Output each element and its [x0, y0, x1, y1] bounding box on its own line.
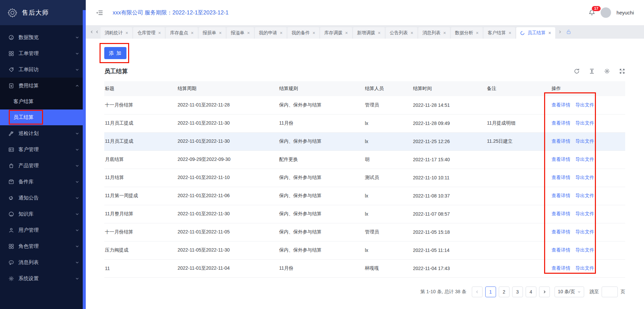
close-icon[interactable]: ×: [247, 31, 250, 35]
view-details-link[interactable]: 查看详情: [552, 175, 570, 180]
close-icon[interactable]: ×: [508, 31, 511, 35]
cell-actions: 查看详情 导出文件: [551, 114, 625, 132]
page-button-2[interactable]: 2: [499, 286, 509, 297]
next-page-button[interactable]: [539, 286, 550, 297]
sidebar-item-box[interactable]: 备件库: [0, 174, 86, 190]
sidebar-subitem-0[interactable]: 客户结算: [0, 94, 86, 109]
cell-title: 11: [104, 259, 177, 277]
tab-12[interactable]: 客户结算 ×: [484, 27, 515, 39]
sidebar-item-gear[interactable]: 系统设置: [0, 270, 86, 286]
sidebar-subitem-1[interactable]: 员工结算: [0, 109, 86, 125]
chevron-left-icon[interactable]: [90, 30, 94, 34]
tab-3[interactable]: 报损单 ×: [199, 27, 226, 39]
view-details-link[interactable]: 查看详情: [552, 157, 570, 162]
row-density-icon[interactable]: [589, 68, 595, 74]
tab-8[interactable]: 新增调拨 ×: [353, 27, 385, 39]
page-button-3[interactable]: 3: [512, 286, 523, 297]
sidebar-item-megaphone[interactable]: 通知公告: [0, 190, 86, 206]
view-details-link[interactable]: 查看详情: [552, 211, 570, 216]
pagination-summary: 第 1-10 条, 总计 38 条: [420, 289, 466, 295]
sidebar-item-grid[interactable]: 工单管理: [0, 45, 86, 61]
prev-page-button[interactable]: [472, 286, 483, 297]
sidebar-item-roles-grid[interactable]: 角色管理: [0, 238, 86, 254]
tab-9[interactable]: 公告列表 ×: [386, 27, 417, 39]
sidebar-item-github[interactable]: 知识库: [0, 206, 86, 222]
view-details-link[interactable]: 查看详情: [552, 138, 570, 144]
page-size-select[interactable]: 10 条/页: [555, 286, 584, 297]
chevron-left-icon-2[interactable]: [95, 30, 99, 34]
cell-remark: [486, 169, 551, 187]
tab-4[interactable]: 报溢单 ×: [227, 27, 254, 39]
export-file-link[interactable]: 导出文件: [575, 265, 594, 271]
sidebar-scrollbar[interactable]: [83, 10, 86, 309]
cell-time: 2022-11-04 17:43: [412, 259, 486, 277]
tab-6[interactable]: 我的备件 ×: [288, 27, 319, 39]
sidebar-item-idcard[interactable]: 客户管理: [0, 141, 86, 158]
export-file-link[interactable]: 导出文件: [575, 211, 594, 216]
chevron-down-icon: [75, 212, 79, 216]
close-icon[interactable]: ×: [280, 31, 282, 35]
page-button-4[interactable]: 4: [526, 286, 536, 297]
table-row: 十一月份结算 2022-11-01至2022-11-05 保内、保外参与结算 管…: [104, 223, 625, 241]
tab-7[interactable]: 库存调拨 ×: [320, 27, 352, 39]
tab-11[interactable]: 数据分析 ×: [451, 27, 483, 39]
tab-1[interactable]: 仓库管理 ×: [133, 27, 165, 39]
view-details-link[interactable]: 查看详情: [552, 265, 570, 271]
notification-bell-icon[interactable]: 17: [589, 9, 595, 16]
lock-icon[interactable]: [566, 29, 571, 35]
close-icon[interactable]: ×: [191, 31, 193, 35]
export-file-link[interactable]: 导出文件: [575, 138, 594, 144]
refresh-icon[interactable]: [574, 68, 580, 74]
add-button[interactable]: 添 加: [104, 47, 126, 59]
export-file-link[interactable]: 导出文件: [575, 120, 594, 126]
cell-rule: 保内、保外参与结算: [278, 187, 364, 205]
tab-5[interactable]: 我的申请 ×: [255, 27, 287, 39]
close-icon[interactable]: ×: [411, 31, 413, 35]
close-icon[interactable]: ×: [345, 31, 348, 35]
export-file-link[interactable]: 导出文件: [575, 193, 594, 198]
column-settings-gear-icon[interactable]: [604, 68, 610, 74]
tab-10[interactable]: 消息列表 ×: [418, 27, 450, 39]
fullscreen-icon[interactable]: [619, 68, 625, 74]
view-details-link[interactable]: 查看详情: [552, 193, 570, 198]
view-details-link[interactable]: 查看详情: [552, 247, 570, 253]
topbar: xxx有限公司 服务期限：2022-12-1至2023-12-1 17 heyu…: [86, 0, 644, 25]
export-file-link[interactable]: 导出文件: [575, 229, 594, 234]
sidebar-item-invoice[interactable]: 费用结算: [0, 78, 86, 94]
grid-icon: [8, 51, 14, 56]
sidebar-item-tags[interactable]: 工单回访: [0, 61, 86, 78]
view-details-link[interactable]: 查看详情: [552, 120, 570, 126]
sidebar-item-bag[interactable]: 产品管理: [0, 158, 86, 174]
close-icon[interactable]: ×: [443, 31, 446, 35]
sidebar-item-wrench[interactable]: 巡检计划: [0, 125, 86, 141]
close-icon[interactable]: ×: [476, 31, 479, 35]
jump-page-input[interactable]: [602, 286, 618, 297]
tab-2[interactable]: 库存盘点 ×: [166, 27, 197, 39]
view-details-link[interactable]: 查看详情: [552, 229, 570, 234]
tab-13[interactable]: 员工结算 ×: [516, 27, 555, 39]
close-icon[interactable]: ×: [158, 31, 161, 35]
cell-person: lx: [364, 187, 412, 205]
chevron-right-icon[interactable]: [558, 30, 562, 34]
close-icon[interactable]: ×: [312, 31, 315, 35]
close-icon[interactable]: ×: [219, 31, 222, 35]
sidebar-item-message[interactable]: 消息列表: [0, 254, 86, 270]
user-avatar[interactable]: [601, 7, 611, 18]
export-file-link[interactable]: 导出文件: [575, 175, 594, 180]
export-file-link[interactable]: 导出文件: [575, 102, 594, 107]
cell-time: 2022-11-08 10:37: [412, 187, 486, 205]
close-icon[interactable]: ×: [125, 31, 128, 35]
invoice-icon: [8, 83, 14, 89]
close-icon[interactable]: ×: [378, 31, 381, 35]
page-button-1[interactable]: 1: [485, 286, 496, 297]
sidebar-item-user[interactable]: 用户管理: [0, 222, 86, 238]
view-details-link[interactable]: 查看详情: [552, 102, 570, 107]
export-file-link[interactable]: 导出文件: [575, 247, 594, 253]
collapse-menu-icon[interactable]: [96, 10, 103, 16]
close-icon[interactable]: ×: [548, 31, 551, 35]
tab-0[interactable]: 消耗统计 ×: [101, 27, 132, 39]
cell-title: 11月整月结算: [104, 205, 177, 223]
sidebar-item-gauge[interactable]: 数据预览: [0, 29, 86, 45]
export-file-link[interactable]: 导出文件: [575, 157, 594, 162]
cell-rule: 配件更换: [278, 150, 364, 169]
